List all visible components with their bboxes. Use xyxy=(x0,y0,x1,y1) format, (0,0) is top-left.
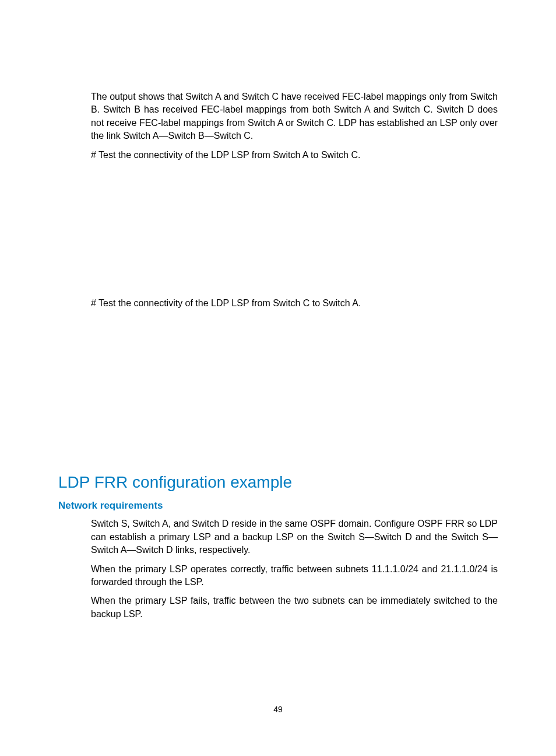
paragraph-network-req-3: When the primary LSP fails, traffic betw… xyxy=(91,594,498,621)
paragraph-network-req-2: When the primary LSP operates correctly,… xyxy=(91,563,498,589)
heading-network-requirements: Network requirements xyxy=(58,500,498,512)
heading-ldp-frr: LDP FRR configuration example xyxy=(58,473,498,492)
paragraph-network-req-1: Switch S, Switch A, and Switch D reside … xyxy=(91,517,498,556)
paragraph-test-a-to-c: # Test the connectivity of the LDP LSP f… xyxy=(91,149,498,162)
paragraph-test-c-to-a: # Test the connectivity of the LDP LSP f… xyxy=(91,297,498,310)
page-content: The output shows that Switch A and Switc… xyxy=(0,0,556,621)
blank-gap xyxy=(58,316,498,473)
page-number: 49 xyxy=(0,705,556,714)
paragraph-output-shows: The output shows that Switch A and Switc… xyxy=(91,90,498,143)
blank-gap xyxy=(58,167,498,297)
